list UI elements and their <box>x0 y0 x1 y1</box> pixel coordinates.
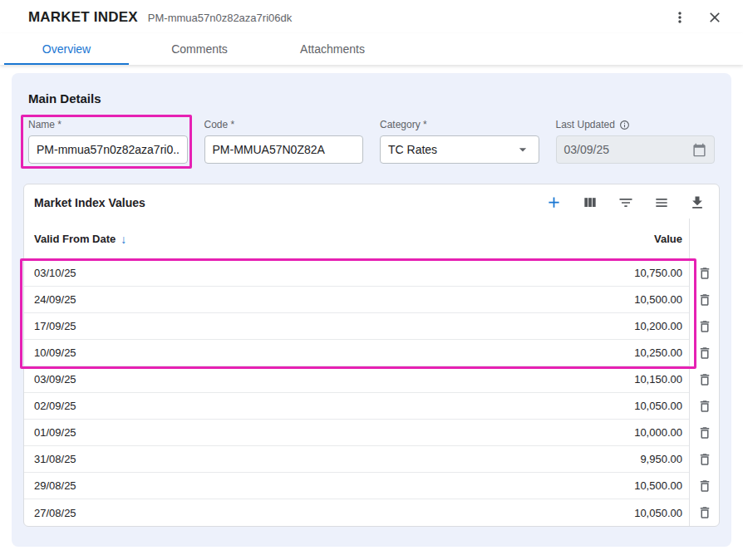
valid-from-date-cell: 31/08/25 <box>34 453 76 465</box>
density-icon <box>653 194 670 211</box>
values-table: Valid From Date ↓ Value 03/10/25 10,750.… <box>24 219 719 526</box>
table-row[interactable]: 31/08/25 9,950.00 <box>24 446 689 473</box>
table-toolbar-icons <box>544 192 707 213</box>
actions-header-spacer <box>690 219 719 260</box>
calendar-icon <box>692 143 706 157</box>
density-button[interactable] <box>652 193 672 213</box>
market-index-values-card: Market Index Values <box>23 184 720 527</box>
column-header-valid-from-date[interactable]: Valid From Date ↓ <box>34 233 126 245</box>
value-cell: 10,150.00 <box>634 373 682 386</box>
name-label: Name * <box>28 119 188 130</box>
code-field: Code * <box>204 119 364 164</box>
valid-from-date-cell: 03/10/25 <box>34 267 76 279</box>
add-row-button[interactable] <box>544 192 564 213</box>
category-value: TC Rates <box>388 143 437 156</box>
last-updated-value: 03/09/25 <box>564 143 610 156</box>
table-row[interactable]: 29/08/25 10,500.00 <box>24 473 689 499</box>
value-cell: 10,500.00 <box>634 293 682 306</box>
column-header-value[interactable]: Value <box>654 233 682 245</box>
tab-comments[interactable]: Comments <box>133 33 266 65</box>
valid-from-date-cell: 03/09/25 <box>34 373 76 386</box>
delete-row-button[interactable] <box>696 477 714 495</box>
tab-overview[interactable]: Overview <box>0 33 133 65</box>
last-updated-field: Last Updated 03/09/25 <box>556 119 716 164</box>
window-header: MARKET INDEX PM-mmua57n0z82aza7ri06dk <box>0 0 743 33</box>
delete-row-button[interactable] <box>696 504 714 522</box>
table-row[interactable]: 01/09/25 10,000.00 <box>24 420 689 446</box>
category-select[interactable]: TC Rates <box>380 135 539 164</box>
name-input[interactable] <box>28 135 188 164</box>
value-cell: 10,050.00 <box>634 507 682 519</box>
columns-button[interactable] <box>580 193 600 213</box>
value-cell: 9,950.00 <box>640 453 682 465</box>
category-field: Category * TC Rates <box>380 119 539 164</box>
page-title: MARKET INDEX <box>28 9 138 26</box>
trash-icon <box>697 266 712 281</box>
trash-icon <box>697 452 712 467</box>
table-row[interactable]: 24/09/25 10,500.00 <box>24 287 689 313</box>
valid-from-date-cell: 24/09/25 <box>34 293 76 306</box>
valid-from-date-cell: 27/08/25 <box>34 507 76 519</box>
row-actions-column <box>689 219 719 526</box>
filter-button[interactable] <box>616 193 636 213</box>
valid-from-date-cell: 29/08/25 <box>34 479 76 492</box>
value-cell: 10,050.00 <box>634 400 682 412</box>
columns-icon <box>582 194 598 211</box>
trash-icon <box>697 346 712 361</box>
trash-icon <box>697 425 712 440</box>
value-cell: 10,500.00 <box>634 479 682 492</box>
trash-icon <box>697 319 712 334</box>
trash-icon <box>697 292 712 307</box>
trash-icon <box>697 372 712 387</box>
table-row[interactable]: 02/09/25 10,050.00 <box>24 393 689 420</box>
sort-desc-icon[interactable]: ↓ <box>121 233 126 245</box>
download-button[interactable] <box>687 193 707 213</box>
table-row[interactable]: 03/09/25 10,150.00 <box>24 366 689 393</box>
trash-icon <box>697 399 712 414</box>
code-input[interactable] <box>204 135 364 164</box>
delete-row-button[interactable] <box>696 424 714 442</box>
tab-bar: Overview Comments Attachments <box>0 33 743 65</box>
name-field: Name * <box>28 119 188 164</box>
table-title: Market Index Values <box>34 196 145 209</box>
table-row[interactable]: 03/10/25 10,750.00 <box>24 260 689 287</box>
valid-from-date-cell: 01/09/25 <box>34 426 76 439</box>
overview-panel: Main Details Name * Code * Category * TC… <box>12 73 731 547</box>
download-icon <box>689 194 706 211</box>
delete-row-button[interactable] <box>696 371 714 389</box>
delete-row-button[interactable] <box>696 264 714 282</box>
tab-attachments[interactable]: Attachments <box>266 33 399 65</box>
delete-row-button[interactable] <box>696 450 714 469</box>
section-title: Main Details <box>28 91 720 106</box>
trash-icon <box>697 479 712 494</box>
main-details-form: Name * Code * Category * TC Rates Last U… <box>28 119 715 164</box>
close-button[interactable] <box>705 7 725 27</box>
close-icon <box>706 9 723 26</box>
table-row[interactable]: 27/08/25 10,050.00 <box>24 499 689 526</box>
delete-row-button[interactable] <box>696 317 714 336</box>
info-icon[interactable] <box>619 120 630 130</box>
value-cell: 10,200.00 <box>634 320 682 332</box>
table-main: Valid From Date ↓ Value 03/10/25 10,750.… <box>24 219 689 526</box>
more-menu-button[interactable] <box>670 7 690 27</box>
delete-row-button[interactable] <box>696 397 714 415</box>
code-label: Code * <box>204 119 364 130</box>
value-cell: 10,000.00 <box>634 426 682 439</box>
plus-icon <box>545 194 563 211</box>
record-id: PM-mmua57n0z82aza7ri06dk <box>148 12 292 24</box>
more-vert-icon <box>672 9 688 26</box>
table-row[interactable]: 10/09/25 10,250.00 <box>24 340 689 366</box>
category-label: Category * <box>380 119 539 130</box>
valid-from-date-cell: 17/09/25 <box>34 320 76 332</box>
last-updated-input: 03/09/25 <box>556 135 716 164</box>
header-actions <box>670 7 725 27</box>
valid-from-date-cell: 02/09/25 <box>34 400 76 412</box>
filter-icon <box>618 194 634 211</box>
last-updated-label: Last Updated <box>556 119 716 130</box>
value-cell: 10,250.00 <box>634 346 682 359</box>
valid-from-date-cell: 10/09/25 <box>34 346 76 359</box>
table-header-row: Valid From Date ↓ Value <box>24 219 689 260</box>
delete-row-button[interactable] <box>696 291 714 309</box>
delete-row-button[interactable] <box>696 344 714 362</box>
table-row[interactable]: 17/09/25 10,200.00 <box>24 313 689 340</box>
